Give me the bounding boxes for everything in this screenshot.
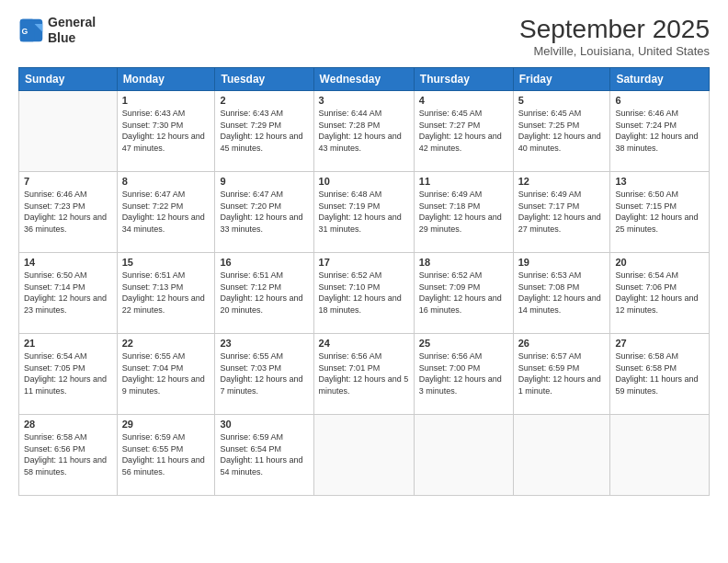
day-info: Sunrise: 6:58 AMSunset: 6:58 PMDaylight:… [615, 350, 704, 396]
calendar-cell [513, 415, 610, 496]
day-number: 20 [615, 257, 704, 268]
calendar-cell: 26Sunrise: 6:57 AMSunset: 6:59 PMDayligh… [513, 334, 610, 415]
calendar-cell: 15Sunrise: 6:51 AMSunset: 7:13 PMDayligh… [117, 253, 215, 334]
day-number: 27 [615, 338, 704, 349]
calendar-cell: 9Sunrise: 6:47 AMSunset: 7:20 PMDaylight… [215, 172, 313, 253]
day-number: 14 [24, 257, 112, 268]
calendar-cell [313, 415, 414, 496]
day-number: 13 [615, 176, 704, 187]
logo-line1: General [48, 15, 96, 30]
calendar-cell [610, 415, 710, 496]
day-info: Sunrise: 6:59 AMSunset: 6:54 PMDaylight:… [220, 431, 308, 477]
calendar-cell: 21Sunrise: 6:54 AMSunset: 7:05 PMDayligh… [19, 334, 118, 415]
day-info: Sunrise: 6:49 AMSunset: 7:17 PMDaylight:… [518, 189, 606, 235]
calendar-cell: 10Sunrise: 6:48 AMSunset: 7:19 PMDayligh… [313, 172, 414, 253]
calendar-cell: 13Sunrise: 6:50 AMSunset: 7:15 PMDayligh… [610, 172, 710, 253]
day-info: Sunrise: 6:54 AMSunset: 7:06 PMDaylight:… [615, 270, 704, 316]
day-number: 12 [518, 176, 606, 187]
calendar-cell: 19Sunrise: 6:53 AMSunset: 7:08 PMDayligh… [513, 253, 610, 334]
calendar-cell: 16Sunrise: 6:51 AMSunset: 7:12 PMDayligh… [215, 253, 313, 334]
day-number: 10 [319, 176, 409, 187]
calendar-cell: 18Sunrise: 6:52 AMSunset: 7:09 PMDayligh… [414, 253, 513, 334]
month-title: September 2025 [519, 15, 710, 44]
calendar-cell: 5Sunrise: 6:45 AMSunset: 7:25 PMDaylight… [513, 91, 610, 172]
day-number: 21 [24, 338, 112, 349]
calendar-cell: 7Sunrise: 6:46 AMSunset: 7:23 PMDaylight… [19, 172, 118, 253]
day-info: Sunrise: 6:56 AMSunset: 7:00 PMDaylight:… [419, 350, 508, 396]
day-info: Sunrise: 6:45 AMSunset: 7:27 PMDaylight:… [419, 108, 508, 154]
logo-line2: Blue [48, 30, 96, 46]
day-number: 23 [220, 338, 308, 349]
day-number: 15 [122, 257, 210, 268]
day-info: Sunrise: 6:46 AMSunset: 7:24 PMDaylight:… [615, 108, 704, 154]
week-row-0: 1Sunrise: 6:43 AMSunset: 7:30 PMDaylight… [19, 91, 710, 172]
calendar-cell: 20Sunrise: 6:54 AMSunset: 7:06 PMDayligh… [610, 253, 710, 334]
calendar-cell: 11Sunrise: 6:49 AMSunset: 7:18 PMDayligh… [414, 172, 513, 253]
day-number: 29 [122, 419, 210, 430]
logo-text: General Blue [48, 15, 96, 46]
week-row-3: 21Sunrise: 6:54 AMSunset: 7:05 PMDayligh… [19, 334, 710, 415]
day-number: 4 [419, 95, 508, 106]
weekday-header-sunday: Sunday [19, 68, 118, 91]
day-info: Sunrise: 6:48 AMSunset: 7:19 PMDaylight:… [319, 189, 409, 235]
day-info: Sunrise: 6:47 AMSunset: 7:22 PMDaylight:… [122, 189, 210, 235]
day-info: Sunrise: 6:56 AMSunset: 7:01 PMDaylight:… [319, 350, 409, 396]
day-number: 24 [319, 338, 409, 349]
day-info: Sunrise: 6:51 AMSunset: 7:12 PMDaylight:… [220, 270, 308, 316]
calendar-table: SundayMondayTuesdayWednesdayThursdayFrid… [18, 67, 710, 496]
day-info: Sunrise: 6:50 AMSunset: 7:14 PMDaylight:… [24, 270, 112, 316]
day-number: 28 [24, 419, 112, 430]
calendar-cell: 24Sunrise: 6:56 AMSunset: 7:01 PMDayligh… [313, 334, 414, 415]
calendar-cell: 30Sunrise: 6:59 AMSunset: 6:54 PMDayligh… [215, 415, 313, 496]
svg-text:G: G [22, 26, 28, 35]
day-info: Sunrise: 6:52 AMSunset: 7:09 PMDaylight:… [419, 270, 508, 316]
calendar-cell: 27Sunrise: 6:58 AMSunset: 6:58 PMDayligh… [610, 334, 710, 415]
day-number: 9 [220, 176, 308, 187]
page: G General Blue September 2025 Melville, … [0, 0, 728, 563]
day-number: 1 [122, 95, 210, 106]
header: G General Blue September 2025 Melville, … [18, 15, 710, 58]
calendar-cell: 8Sunrise: 6:47 AMSunset: 7:22 PMDaylight… [117, 172, 215, 253]
day-number: 22 [122, 338, 210, 349]
calendar-cell: 2Sunrise: 6:43 AMSunset: 7:29 PMDaylight… [215, 91, 313, 172]
weekday-header-row: SundayMondayTuesdayWednesdayThursdayFrid… [19, 68, 710, 91]
day-number: 7 [24, 176, 112, 187]
day-info: Sunrise: 6:45 AMSunset: 7:25 PMDaylight:… [518, 108, 606, 154]
day-number: 30 [220, 419, 308, 430]
day-info: Sunrise: 6:44 AMSunset: 7:28 PMDaylight:… [319, 108, 409, 154]
week-row-4: 28Sunrise: 6:58 AMSunset: 6:56 PMDayligh… [19, 415, 710, 496]
day-number: 8 [122, 176, 210, 187]
day-info: Sunrise: 6:47 AMSunset: 7:20 PMDaylight:… [220, 189, 308, 235]
day-number: 16 [220, 257, 308, 268]
day-number: 5 [518, 95, 606, 106]
calendar-cell: 28Sunrise: 6:58 AMSunset: 6:56 PMDayligh… [19, 415, 118, 496]
calendar-cell: 22Sunrise: 6:55 AMSunset: 7:04 PMDayligh… [117, 334, 215, 415]
calendar-cell: 14Sunrise: 6:50 AMSunset: 7:14 PMDayligh… [19, 253, 118, 334]
day-info: Sunrise: 6:55 AMSunset: 7:03 PMDaylight:… [220, 350, 308, 396]
calendar-cell: 4Sunrise: 6:45 AMSunset: 7:27 PMDaylight… [414, 91, 513, 172]
logo-icon: G [18, 17, 44, 43]
calendar-cell: 1Sunrise: 6:43 AMSunset: 7:30 PMDaylight… [117, 91, 215, 172]
day-number: 3 [319, 95, 409, 106]
calendar-cell: 17Sunrise: 6:52 AMSunset: 7:10 PMDayligh… [313, 253, 414, 334]
day-info: Sunrise: 6:43 AMSunset: 7:30 PMDaylight:… [122, 108, 210, 154]
calendar-cell [19, 91, 118, 172]
calendar-cell: 23Sunrise: 6:55 AMSunset: 7:03 PMDayligh… [215, 334, 313, 415]
day-info: Sunrise: 6:58 AMSunset: 6:56 PMDaylight:… [24, 431, 112, 477]
day-info: Sunrise: 6:49 AMSunset: 7:18 PMDaylight:… [419, 189, 508, 235]
week-row-2: 14Sunrise: 6:50 AMSunset: 7:14 PMDayligh… [19, 253, 710, 334]
calendar-cell: 6Sunrise: 6:46 AMSunset: 7:24 PMDaylight… [610, 91, 710, 172]
day-number: 18 [419, 257, 508, 268]
weekday-header-saturday: Saturday [610, 68, 710, 91]
calendar-cell: 12Sunrise: 6:49 AMSunset: 7:17 PMDayligh… [513, 172, 610, 253]
day-info: Sunrise: 6:54 AMSunset: 7:05 PMDaylight:… [24, 350, 112, 396]
day-info: Sunrise: 6:50 AMSunset: 7:15 PMDaylight:… [615, 189, 704, 235]
week-row-1: 7Sunrise: 6:46 AMSunset: 7:23 PMDaylight… [19, 172, 710, 253]
day-number: 11 [419, 176, 508, 187]
day-number: 6 [615, 95, 704, 106]
weekday-header-monday: Monday [117, 68, 215, 91]
day-number: 17 [319, 257, 409, 268]
day-info: Sunrise: 6:57 AMSunset: 6:59 PMDaylight:… [518, 350, 606, 396]
calendar-cell: 25Sunrise: 6:56 AMSunset: 7:00 PMDayligh… [414, 334, 513, 415]
day-number: 2 [220, 95, 308, 106]
